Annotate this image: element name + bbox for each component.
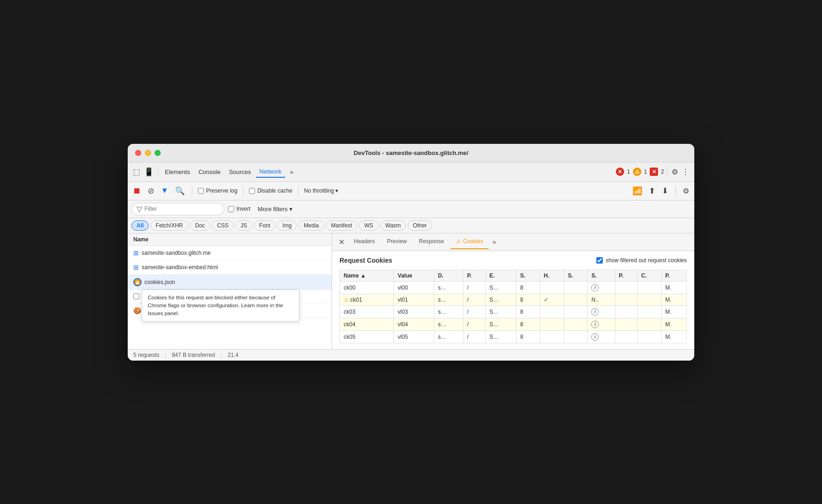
col-value[interactable]: Value — [394, 270, 434, 281]
type-filter-manifest[interactable]: Manifest — [326, 220, 357, 231]
cookie-row-ck04[interactable]: ck04 vl04 s… / S… 8 i M. — [340, 318, 687, 330]
type-filter-other[interactable]: Other — [408, 220, 432, 231]
type-filter-font[interactable]: Font — [254, 220, 275, 231]
disable-cache-label[interactable]: Disable cache — [249, 187, 292, 194]
col-size[interactable]: S. — [516, 270, 540, 281]
filter-button[interactable]: ▼ — [159, 185, 170, 197]
preserve-log-label[interactable]: Preserve log — [198, 187, 237, 194]
col-partitioned[interactable]: P. — [661, 270, 686, 281]
type-filter-ws[interactable]: WS — [359, 220, 378, 231]
show-filtered-label[interactable]: show filtered out request cookies — [596, 257, 687, 264]
tab-sources[interactable]: Sources — [225, 167, 255, 177]
cookie-row-ck01[interactable]: ⚠ ck01 vl01 s… / S… 8 ✓ N.. M. — [340, 294, 687, 305]
cookie-size-ck05: 8 — [516, 330, 540, 343]
tab-headers[interactable]: Headers — [348, 234, 380, 249]
tab-console[interactable]: Console — [195, 167, 224, 177]
cookie-name-ck04: ck04 — [340, 318, 394, 330]
tab-elements[interactable]: Elements — [161, 167, 194, 177]
cookie-row-ck05[interactable]: ck05 vl05 s… / S… 8 i M. — [340, 330, 687, 343]
type-filter-wasm[interactable]: Wasm — [380, 220, 406, 231]
maximize-traffic-light[interactable] — [155, 150, 161, 156]
cookie-path-ck04: / — [463, 318, 485, 330]
settings-gear-button[interactable] — [670, 166, 679, 178]
tab-cookies[interactable]: ⚠ Cookies — [450, 234, 489, 249]
warning-badge-icon: ! — [133, 278, 142, 286]
cookie-samesite-ck01: N.. — [587, 294, 615, 305]
cookie-secure-ck05 — [564, 330, 587, 343]
tab-more[interactable]: » — [286, 167, 297, 177]
disable-cache-checkbox[interactable] — [249, 188, 255, 194]
type-filters: All Fetch/XHR Doc CSS JS Font Img Media … — [128, 218, 694, 233]
type-filter-all[interactable]: All — [131, 220, 149, 231]
show-filtered-checkbox[interactable] — [596, 257, 603, 264]
type-filter-css[interactable]: CSS — [212, 220, 234, 231]
more-filters-text: More filters ▾ — [258, 206, 293, 213]
col-cookieprefixes[interactable]: C. — [637, 270, 661, 281]
window-title: DevTools - samesite-sandbox.glitch.me/ — [354, 149, 469, 156]
more-filters-button[interactable]: More filters ▾ — [254, 204, 296, 214]
upload-icon[interactable]: ⬆ — [647, 185, 657, 197]
samesite-info-icon-ck04[interactable]: i — [591, 321, 599, 328]
cookie-path-ck05: / — [463, 330, 485, 343]
detail-more-button[interactable]: » — [489, 236, 499, 247]
type-filter-doc[interactable]: Doc — [190, 220, 210, 231]
device-icon[interactable]: 📱 — [143, 166, 155, 178]
samesite-info-icon-ck00[interactable]: i — [591, 284, 599, 291]
tab-preview-label: Preview — [387, 238, 407, 245]
tab-response[interactable]: Response — [413, 234, 450, 249]
col-priority[interactable]: P. — [615, 270, 637, 281]
preserve-log-checkbox[interactable] — [198, 188, 204, 194]
toolbar-sep-2 — [667, 167, 667, 176]
throttle-selector[interactable]: No throttling ▾ — [304, 187, 339, 194]
tab-cookies-label: Cookies — [463, 238, 483, 245]
error-icon: ✕ — [616, 168, 624, 176]
col-expires[interactable]: E. — [485, 270, 516, 281]
download-icon[interactable]: ⬇ — [660, 185, 670, 197]
online-icon[interactable]: 📶 — [631, 185, 644, 197]
cookie-partitioned-ck01: M. — [661, 294, 686, 305]
minimize-traffic-light[interactable] — [145, 150, 151, 156]
samesite-info-icon-ck03[interactable]: i — [591, 308, 599, 316]
type-filter-media[interactable]: Media — [299, 220, 324, 231]
filter-input[interactable] — [144, 206, 214, 212]
tab-preview[interactable]: Preview — [381, 234, 412, 249]
search-button[interactable]: 🔍 — [174, 185, 186, 197]
col-secure[interactable]: S. — [564, 270, 587, 281]
type-filter-fetch-xhr[interactable]: Fetch/XHR — [150, 220, 188, 231]
file-item-1[interactable]: ⊞ samesite-sandbox.glitch.me — [128, 246, 332, 260]
cookie-httponly-ck04 — [540, 318, 564, 330]
cookie-name-ck05: ck05 — [340, 330, 394, 343]
devtools-window: DevTools - samesite-sandbox.glitch.me/ ⬚… — [128, 144, 694, 361]
col-name[interactable]: Name ▲ — [340, 270, 394, 281]
checkbox-icon-4[interactable] — [133, 293, 139, 299]
cookie-row-ck03[interactable]: ck03 vl03 s… / S… 8 i M. — [340, 305, 687, 318]
col-domain[interactable]: D. — [434, 270, 463, 281]
stop-recording-button[interactable]: ⏹ — [131, 185, 143, 197]
tab-network[interactable]: Network — [256, 166, 286, 178]
warning-count: 1 — [644, 168, 647, 175]
close-traffic-light[interactable] — [135, 150, 141, 156]
invert-label[interactable]: Invert — [228, 206, 250, 212]
col-samesite[interactable]: S. — [587, 270, 615, 281]
network-settings-button[interactable] — [681, 185, 691, 197]
more-options-button[interactable] — [680, 166, 691, 178]
invert-checkbox[interactable] — [228, 206, 234, 212]
cookie-path-ck03: / — [463, 305, 485, 318]
file-item-3[interactable]: ! cookies.json Cookies for this request … — [128, 275, 332, 290]
cookie-name-ck03: ck03 — [340, 305, 394, 318]
tooltip-box: Cookies for this request are blocked eit… — [142, 290, 300, 322]
col-httponly[interactable]: H. — [540, 270, 564, 281]
clear-button[interactable]: ⊘ — [146, 185, 156, 197]
inspect-icon[interactable]: ⬚ — [131, 166, 142, 178]
filter-bar: ▽ Invert More filters ▾ — [128, 200, 694, 218]
type-filter-img[interactable]: Img — [277, 220, 297, 231]
cookie-row-ck00[interactable]: ck00 vl00 s… / S… 8 i M. — [340, 281, 687, 294]
cookies-warning-icon: ⚠ — [456, 238, 461, 245]
type-filter-js[interactable]: JS — [235, 220, 252, 231]
main-content: Name ⊞ samesite-sandbox.glitch.me ⊞ same… — [128, 233, 694, 349]
file-item-2[interactable]: ⊞ samesite-sandbox-embed.html — [128, 260, 332, 275]
close-detail-button[interactable]: ✕ — [336, 236, 347, 248]
col-path[interactable]: P. — [463, 270, 485, 281]
filter-funnel-icon: ▽ — [137, 205, 142, 213]
samesite-info-icon-ck05[interactable]: i — [591, 333, 599, 341]
